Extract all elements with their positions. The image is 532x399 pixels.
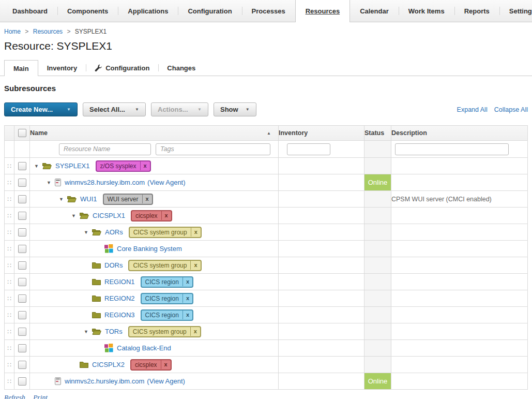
- expand-all-link[interactable]: Expand All: [457, 106, 488, 113]
- column-header-description[interactable]: Description: [391, 126, 528, 141]
- drag-handle[interactable]: ∷: [5, 345, 14, 351]
- resource-link[interactable]: Core Banking System: [117, 245, 182, 253]
- breadcrumb-resources[interactable]: Resources: [33, 28, 63, 35]
- drag-handle[interactable]: ∷: [5, 229, 14, 235]
- subresources-heading: Subresources: [4, 84, 528, 93]
- resource-link[interactable]: DORs: [104, 261, 123, 269]
- resource-link[interactable]: WUI1: [80, 195, 97, 203]
- tag-label: CICS system group: [129, 327, 190, 336]
- drag-column-header: [5, 126, 14, 141]
- create-new-button[interactable]: Create New... ▼: [4, 102, 78, 116]
- breadcrumb-separator: >: [25, 28, 28, 35]
- tag-remove-button[interactable]: x: [183, 294, 192, 303]
- view-agent-link[interactable]: (View Agent): [147, 179, 185, 186]
- nav-item-settings[interactable]: Settings: [499, 0, 532, 22]
- tag-remove-button[interactable]: x: [190, 261, 200, 270]
- drag-handle[interactable]: ∷: [5, 213, 14, 219]
- drag-handle[interactable]: ∷: [5, 378, 14, 385]
- drag-handle[interactable]: ∷: [5, 362, 14, 368]
- nav-item-resources[interactable]: Resources: [295, 0, 350, 22]
- tab-configuration[interactable]: Configuration: [86, 60, 158, 76]
- nav-item-configuration[interactable]: Configuration: [178, 0, 241, 22]
- row-checkbox[interactable]: [18, 377, 26, 386]
- drag-handle[interactable]: ∷: [5, 262, 14, 269]
- drag-handle[interactable]: ∷: [5, 312, 14, 318]
- collapse-expander-icon[interactable]: ▼: [34, 164, 42, 169]
- show-button[interactable]: Show ▼: [214, 102, 256, 116]
- resource-link[interactable]: winmvs28.hursley.ibm.com: [65, 179, 145, 186]
- collapse-expander-icon[interactable]: ▼: [84, 230, 92, 235]
- inventory-cell: [279, 208, 364, 224]
- resource-link[interactable]: Catalog Back-End: [117, 344, 171, 352]
- collapse-expander-icon[interactable]: ▼: [47, 180, 55, 185]
- collapse-all-link[interactable]: Collapse All: [494, 106, 528, 113]
- description-filter-input[interactable]: [395, 143, 509, 155]
- drag-handle[interactable]: ∷: [5, 163, 14, 169]
- tag-remove-button[interactable]: x: [140, 161, 150, 170]
- row-checkbox[interactable]: [18, 245, 26, 253]
- tag-remove-button[interactable]: x: [183, 311, 192, 319]
- collapse-expander-icon[interactable]: ▼: [59, 197, 67, 202]
- drag-handle[interactable]: ∷: [5, 279, 14, 285]
- tag-remove-button[interactable]: x: [161, 360, 171, 369]
- resource-link[interactable]: winmvs2c.hursley.ibm.com: [65, 377, 144, 385]
- tab-changes[interactable]: Changes: [158, 60, 204, 76]
- resource-link[interactable]: CICSPLX1: [93, 212, 125, 219]
- row-checkbox[interactable]: [18, 311, 26, 319]
- row-checkbox[interactable]: [18, 344, 26, 352]
- tag-remove-button[interactable]: x: [142, 195, 152, 203]
- resource-link[interactable]: TORs: [105, 328, 123, 335]
- select-all-checkbox[interactable]: [18, 129, 26, 137]
- select-all-label: Select All...: [89, 106, 125, 113]
- nav-item-components[interactable]: Components: [57, 0, 118, 22]
- row-checkbox[interactable]: [18, 261, 26, 270]
- drag-handle[interactable]: ∷: [5, 246, 14, 252]
- row-checkbox[interactable]: [18, 195, 26, 203]
- view-agent-link[interactable]: (View Agent): [147, 377, 185, 385]
- row-checkbox[interactable]: [18, 278, 26, 286]
- resource-link[interactable]: SYSPLEX1: [55, 162, 90, 170]
- resource-link[interactable]: CICSPLX2: [92, 361, 125, 368]
- row-checkbox[interactable]: [18, 361, 26, 369]
- drag-handle[interactable]: ∷: [5, 295, 14, 302]
- drag-handle[interactable]: ∷: [5, 329, 14, 335]
- collapse-expander-icon[interactable]: ▼: [84, 329, 92, 334]
- resource-link[interactable]: REGION1: [104, 278, 135, 286]
- refresh-link[interactable]: Refresh: [4, 393, 25, 399]
- nav-item-calendar[interactable]: Calendar: [350, 0, 399, 22]
- tag-remove-button[interactable]: x: [190, 327, 200, 336]
- column-header-inventory[interactable]: Inventory: [279, 126, 364, 141]
- tags-filter-input[interactable]: [156, 143, 270, 155]
- row-checkbox[interactable]: [18, 294, 26, 303]
- nav-item-applications[interactable]: Applications: [118, 0, 178, 22]
- table-row: ∷▼DORsCICS system groupx: [5, 257, 528, 274]
- row-checkbox[interactable]: [18, 212, 26, 220]
- tab-inventory[interactable]: Inventory: [38, 60, 86, 76]
- row-checkbox[interactable]: [18, 328, 26, 336]
- nav-item-dashboard[interactable]: Dashboard: [3, 0, 57, 22]
- nav-item-work-items[interactable]: Work Items: [399, 0, 454, 22]
- row-checkbox[interactable]: [18, 162, 26, 170]
- resource-link[interactable]: AORs: [105, 228, 123, 236]
- drag-handle[interactable]: ∷: [5, 180, 14, 186]
- collapse-expander-icon[interactable]: ▼: [71, 213, 80, 218]
- resource-name-filter-input[interactable]: [59, 143, 151, 155]
- breadcrumb-home[interactable]: Home: [4, 28, 21, 35]
- row-checkbox[interactable]: [18, 228, 26, 237]
- tag-remove-button[interactable]: x: [191, 228, 201, 237]
- print-link[interactable]: Print: [33, 393, 48, 399]
- tag-remove-button[interactable]: x: [161, 211, 171, 220]
- column-header-name[interactable]: Name ▲: [30, 126, 279, 141]
- nav-item-processes[interactable]: Processes: [242, 0, 295, 22]
- tag-remove-button[interactable]: x: [183, 277, 192, 286]
- table-body: ∷▼SYSPLEX1z/OS sysplexx∷▼winmvs28.hursle…: [5, 158, 528, 390]
- inventory-filter-input[interactable]: [287, 143, 330, 155]
- select-all-button[interactable]: Select All... ▼: [83, 102, 146, 116]
- row-checkbox[interactable]: [18, 179, 26, 187]
- resource-link[interactable]: REGION2: [104, 294, 135, 302]
- column-header-status[interactable]: Status: [364, 126, 391, 141]
- drag-handle[interactable]: ∷: [5, 196, 14, 202]
- nav-item-reports[interactable]: Reports: [454, 0, 499, 22]
- tab-main[interactable]: Main: [4, 60, 38, 76]
- resource-link[interactable]: REGION3: [104, 311, 135, 319]
